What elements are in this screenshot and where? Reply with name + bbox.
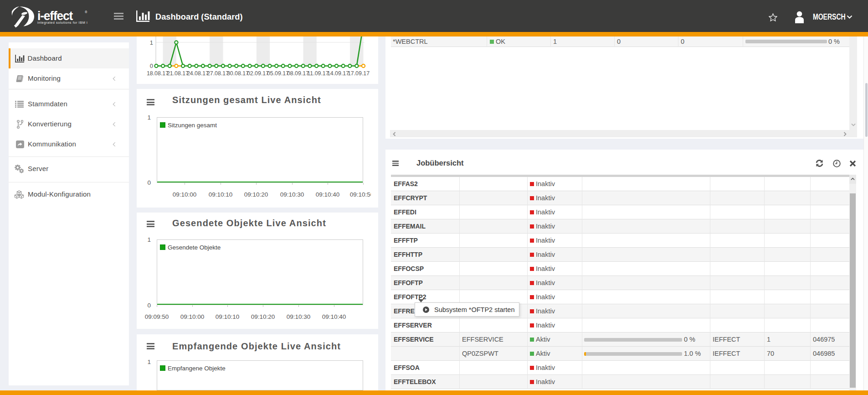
svg-text:integrated solutions for IBM i: integrated solutions for IBM i — [37, 21, 87, 25]
svg-text:18.08.17: 18.08.17 — [147, 70, 169, 77]
svg-text:1: 1 — [150, 39, 153, 46]
svg-text:27.08.17: 27.08.17 — [207, 70, 229, 77]
svg-text:0: 0 — [150, 62, 153, 69]
svg-text:17.09.17: 17.09.17 — [348, 70, 370, 77]
svg-text:02.09.17: 02.09.17 — [247, 70, 269, 77]
svg-text:08.09.17: 08.09.17 — [287, 70, 309, 77]
svg-text:21.08.17: 21.08.17 — [167, 70, 189, 77]
svg-text:30.08.17: 30.08.17 — [227, 70, 249, 77]
svg-text:®: ® — [85, 10, 87, 14]
svg-text:24.08.17: 24.08.17 — [187, 70, 209, 77]
svg-text:11.09.17: 11.09.17 — [307, 70, 329, 77]
svg-text:05.09.17: 05.09.17 — [267, 70, 289, 77]
svg-text:14.09.17: 14.09.17 — [327, 70, 349, 77]
